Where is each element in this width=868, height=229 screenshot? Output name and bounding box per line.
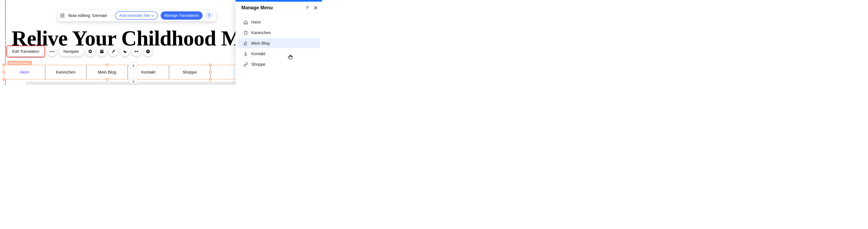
svg-rect-4 <box>244 31 247 34</box>
svg-point-6 <box>245 52 246 53</box>
panel-title: Manage Menu <box>241 5 273 10</box>
panel-item-heim[interactable]: Heim <box>238 17 320 27</box>
auto-translate-button[interactable]: Auto-translate Site <box>115 11 158 20</box>
menu-item-heim[interactable]: Heim <box>4 65 45 79</box>
help-button[interactable]: ? <box>206 12 213 19</box>
panel-item-label: Kaninchen <box>251 30 271 35</box>
panel-item-kontakt[interactable]: Kontakt <box>238 49 320 59</box>
panel-close-button[interactable] <box>314 6 317 10</box>
navigate-button[interactable]: Navigate <box>59 47 84 56</box>
manage-translations-button[interactable]: Manage Translations <box>161 11 203 20</box>
design-button[interactable] <box>108 47 118 56</box>
resize-handle[interactable] <box>106 64 108 66</box>
brush-icon <box>111 49 116 54</box>
panel-list: Heim Kaninchen Mein Blog Kontakt Shoppe <box>236 13 322 73</box>
menu-item-mein-blog[interactable]: Mein Blog <box>87 65 128 79</box>
layout-icon <box>99 49 104 54</box>
panel-item-label: Heim <box>251 20 261 25</box>
svg-text:?: ? <box>147 50 149 53</box>
resize-handle[interactable] <box>2 78 5 81</box>
spacing-marker-bottom[interactable] <box>129 79 137 84</box>
menu-item-kaninchen[interactable]: Kaninchen <box>45 65 87 79</box>
panel-accent-stripe <box>236 0 322 2</box>
link-icon <box>243 62 248 67</box>
element-type-tag: Horizontal Menu <box>7 61 32 65</box>
layout-button[interactable] <box>97 47 106 56</box>
spacing-marker-top[interactable] <box>129 63 137 68</box>
resize-handle[interactable] <box>209 64 212 66</box>
panel-item-kaninchen[interactable]: Kaninchen <box>238 28 320 38</box>
panel-item-shoppe[interactable]: Shoppe <box>238 59 320 69</box>
chevron-down-icon <box>151 14 154 17</box>
stretch-icon <box>134 49 139 54</box>
page-icon <box>243 31 248 35</box>
panel-item-mein-blog[interactable]: Mein Blog <box>238 38 320 48</box>
element-help-button[interactable]: ? <box>143 47 153 56</box>
svg-rect-1 <box>100 51 104 53</box>
menu-item-label: Kontakt <box>142 70 155 75</box>
navigate-label: Navigate <box>63 49 79 54</box>
stretch-button[interactable] <box>132 47 141 56</box>
now-editing-label: Now editing: German <box>67 13 109 18</box>
edit-translation-button[interactable]: Edit Translation <box>8 47 44 56</box>
manage-menu-panel: Manage Menu ? Heim Kaninchen Mein Blog K… <box>236 0 322 85</box>
settings-button[interactable] <box>86 47 95 56</box>
cursor-hand-icon <box>287 54 293 61</box>
drag-handle-icon[interactable] <box>61 13 64 17</box>
panel-item-label: Shoppe <box>251 62 266 67</box>
edit-translation-label: Edit Translation <box>12 49 39 54</box>
translation-toolbar: Now editing: German Auto-translate Site … <box>58 10 216 21</box>
home-icon <box>243 20 248 25</box>
auto-translate-label: Auto-translate Site <box>119 13 150 18</box>
help-circle-icon: ? <box>146 49 150 54</box>
resize-handle[interactable] <box>106 78 108 81</box>
animation-button[interactable] <box>120 47 130 56</box>
panel-item-label: Mein Blog <box>251 41 270 46</box>
element-toolbar: Edit Translation Navigate ? <box>6 46 153 57</box>
manage-translations-label: Manage Translations <box>164 13 199 18</box>
highlight-box: Edit Translation <box>6 46 45 57</box>
panel-help-button[interactable]: ? <box>306 5 308 10</box>
anchor-icon <box>243 52 248 56</box>
panel-item-label: Kontakt <box>251 52 265 56</box>
svg-rect-0 <box>100 50 104 51</box>
more-icon <box>50 51 54 52</box>
resize-handle[interactable] <box>2 71 5 74</box>
panel-header: Manage Menu ? <box>236 2 322 13</box>
menu-item-label: Mein Blog <box>98 70 116 75</box>
arrow-down-bar-icon <box>132 80 135 83</box>
resize-handle[interactable] <box>209 71 212 74</box>
gear-icon <box>88 49 93 54</box>
pen-icon <box>243 41 248 46</box>
resize-handle[interactable] <box>209 78 212 81</box>
menu-item-label: Heim <box>20 70 29 75</box>
menu-item-label: Shoppe <box>183 70 197 75</box>
help-icon: ? <box>208 13 210 18</box>
menu-item-shoppe[interactable]: Shoppe <box>169 65 210 79</box>
menu-item-label: Kaninchen <box>56 70 75 75</box>
arrow-down-bar-icon <box>132 64 135 67</box>
resize-handle[interactable] <box>2 64 5 66</box>
animation-icon <box>123 49 127 54</box>
more-button[interactable] <box>47 47 57 56</box>
